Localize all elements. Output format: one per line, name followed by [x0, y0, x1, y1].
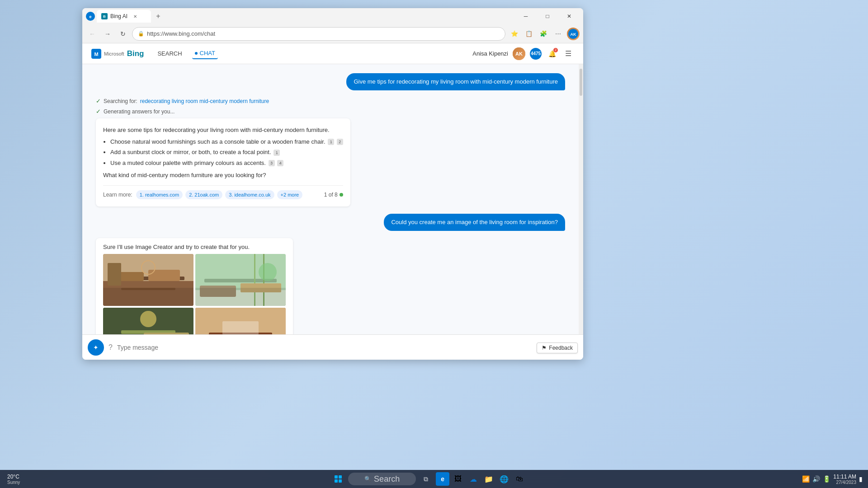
forward-button[interactable]: →	[101, 28, 114, 40]
svg-point-20	[259, 263, 277, 281]
maximize-button[interactable]: □	[537, 8, 558, 24]
source-2[interactable]: 2. 21oak.com	[185, 190, 222, 200]
active-tab[interactable]: B Bing AI ✕	[97, 10, 151, 23]
photos-taskbar-app[interactable]: 🖼	[451, 472, 465, 486]
taskview-button[interactable]: ⧉	[418, 471, 434, 487]
address-actions: ⭐ 📋 🧩 ⋯	[508, 28, 564, 40]
source-links: 1. realhomes.com 2. 21oak.com 3. idealho…	[136, 190, 303, 200]
bing-nav: M Microsoft Bing SEARCH CHAT Anisa Kipen…	[82, 43, 583, 64]
weather-temperature: 20°C	[7, 474, 20, 480]
notification-button[interactable]: 🔔 2	[546, 48, 558, 60]
more-button[interactable]: ⋯	[552, 28, 564, 40]
user-avatar-nav[interactable]: AK	[513, 47, 525, 60]
check-icon-2: ✓	[96, 108, 101, 115]
main-content: Give me tips for redecorating my living …	[82, 64, 583, 334]
svg-rect-27	[144, 333, 189, 334]
system-clock[interactable]: 11:11 AM 27/4/2023	[833, 474, 856, 485]
hamburger-menu-button[interactable]: ☰	[562, 48, 574, 60]
bing-action-button[interactable]: ✦	[88, 339, 104, 356]
page-count-text: 1 of 8	[324, 191, 338, 199]
feedback-label: Feedback	[549, 345, 573, 351]
points-value: 4475	[531, 51, 541, 56]
battery-icon[interactable]: 🔋	[823, 475, 830, 483]
back-button[interactable]: ←	[86, 28, 99, 40]
file-explorer-taskbar[interactable]: 📁	[482, 472, 495, 486]
favorites-button[interactable]: ⭐	[508, 28, 521, 40]
taskbar-search[interactable]: 🔍 Search	[348, 473, 416, 485]
more-sources[interactable]: +2 more	[277, 190, 303, 200]
show-desktop-icon[interactable]: ▮	[859, 475, 863, 483]
bing-logo: M Microsoft Bing	[91, 49, 144, 59]
close-button[interactable]: ✕	[559, 8, 580, 24]
taskbar-left: 20°C Sunny	[0, 474, 54, 485]
bing-spark-icon: ✦	[93, 344, 99, 351]
photos-icon: 🖼	[454, 475, 462, 483]
bing-nav-right: Anisa Kipenzi AK 4475 🔔 2 ☰	[472, 47, 574, 60]
learn-more-label: Learn more:	[103, 191, 132, 199]
user-bubble-2: Could you create me an image of the livi…	[384, 214, 565, 231]
search-nav-link[interactable]: SEARCH	[155, 48, 184, 59]
address-input[interactable]: 🔒 https://www.bing.com/chat	[132, 27, 505, 41]
browser-logo: e	[86, 12, 95, 21]
generated-image-4[interactable]	[195, 308, 286, 334]
ref-1: 1	[328, 139, 334, 145]
svg-rect-19	[200, 286, 236, 297]
lock-icon: 🔒	[138, 31, 144, 37]
store-taskbar-app[interactable]: 🛍	[513, 472, 526, 486]
tips-list: Choose natural wood furnishings such as …	[103, 137, 343, 168]
window-controls: ─ □ ✕	[515, 8, 580, 24]
browser-window: e B Bing AI ✕ + ─ □ ✕ ← → ↻	[82, 8, 583, 360]
search-icon: 🔍	[364, 476, 371, 482]
green-dot	[340, 193, 343, 197]
generated-image-2[interactable]	[195, 254, 286, 306]
minimize-button[interactable]: ─	[515, 8, 536, 24]
user-message-2: Could you create me an image of the livi…	[384, 214, 565, 231]
generated-image-1[interactable]	[103, 254, 193, 306]
ref-5: 4	[277, 160, 283, 166]
extensions-button[interactable]: 🧩	[537, 28, 550, 40]
bot-image-message: Sure I'll use Image Creator and try to c…	[96, 238, 293, 334]
new-tab-button[interactable]: +	[153, 11, 164, 22]
feedback-button[interactable]: ⚑ Feedback	[537, 343, 578, 353]
user-message-1: Give me tips for redecorating my living …	[346, 73, 565, 90]
tab-label: Bing AI	[110, 13, 127, 19]
volume-icon[interactable]: 🔊	[812, 475, 820, 483]
network-icon[interactable]: 📶	[802, 475, 810, 483]
ref-2: 2	[337, 139, 343, 145]
tab-close-button[interactable]: ✕	[132, 13, 138, 19]
user-bubble-1: Give me tips for redecorating my living …	[346, 73, 565, 90]
folder-icon: 📁	[484, 475, 493, 483]
profile-avatar[interactable]: AK	[567, 28, 580, 40]
search-nav-label: SEARCH	[157, 50, 182, 57]
user-name-label: Anisa Kipenzi	[472, 50, 508, 57]
start-button[interactable]	[330, 471, 346, 487]
chat-active-dot	[195, 52, 198, 55]
windows-icon	[335, 475, 342, 483]
bot-intro: Here are some tips for redecorating your…	[103, 126, 343, 135]
refresh-button[interactable]: ↻	[117, 28, 129, 40]
status-searching: ✓ Searching for: redecorating living roo…	[96, 98, 350, 104]
edge-taskbar-app[interactable]: e	[436, 472, 449, 486]
bing-taskbar-app[interactable]: 🌐	[497, 472, 511, 486]
collections-button[interactable]: 📋	[523, 28, 535, 40]
image-intro-card: Sure I'll use Image Creator and try to c…	[96, 238, 293, 334]
svg-text:M: M	[94, 52, 98, 57]
weather-description: Sunny	[7, 480, 20, 485]
onedrive-taskbar-app[interactable]: ☁	[467, 472, 480, 486]
svg-rect-13	[108, 263, 121, 286]
desktop: e B Bing AI ✕ + ─ □ ✕ ← → ↻	[0, 0, 868, 488]
scrollbar-thumb[interactable]	[580, 69, 582, 96]
ref-3: 1	[274, 150, 280, 156]
generated-image-3[interactable]	[103, 308, 193, 334]
scrollbar-track[interactable]	[579, 64, 583, 334]
message-input[interactable]	[117, 344, 561, 351]
taskbar-center: 🔍 Search ⧉ e 🖼 ☁ 📁 🌐 🛍	[54, 471, 802, 487]
status-generating: ✓ Generating answers for you...	[96, 108, 350, 115]
source-3[interactable]: 3. idealhome.co.uk	[225, 190, 274, 200]
image-grid	[103, 254, 286, 334]
search-query: redecorating living room mid-century mod…	[140, 98, 269, 104]
source-1[interactable]: 1. realhomes.com	[136, 190, 183, 200]
address-bar-row: ← → ↻ 🔒 https://www.bing.com/chat ⭐ 📋 🧩 …	[82, 24, 583, 43]
chat-nav-link[interactable]: CHAT	[192, 48, 218, 59]
feedback-flag-icon: ⚑	[542, 345, 547, 351]
